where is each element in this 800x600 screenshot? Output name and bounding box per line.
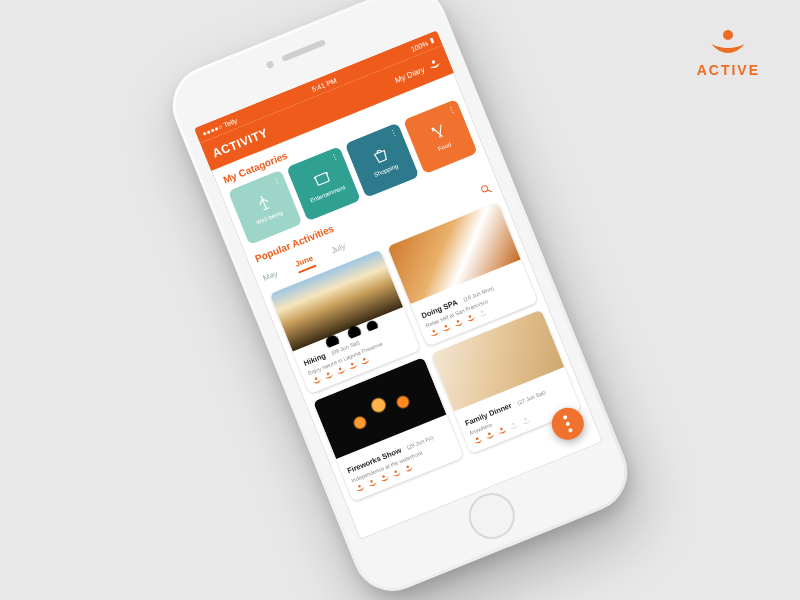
- svg-point-18: [406, 465, 409, 468]
- category-food[interactable]: ⋮ Food: [403, 99, 478, 174]
- phone-mockup: ●●●●○ Telly 5:41 PM 100% ▮ ACTIVITY My D…: [161, 0, 640, 600]
- phone-camera: [266, 60, 275, 69]
- svg-rect-2: [314, 173, 328, 186]
- diary-icon: [426, 57, 443, 72]
- svg-point-7: [351, 362, 354, 365]
- svg-point-0: [723, 30, 733, 40]
- phone-speaker: [281, 39, 326, 62]
- svg-point-21: [500, 427, 503, 430]
- shopping-icon: [368, 144, 391, 167]
- svg-point-12: [468, 315, 471, 318]
- wellbeing-icon: [252, 191, 275, 214]
- tab-june[interactable]: June: [294, 254, 317, 274]
- app-screen: ●●●●○ Telly 5:41 PM 100% ▮ ACTIVITY My D…: [194, 30, 603, 540]
- svg-point-5: [326, 372, 329, 375]
- svg-point-14: [358, 485, 361, 488]
- brand-logo: ACTIVE: [697, 28, 760, 78]
- svg-point-9: [432, 329, 435, 332]
- entertainment-icon: [310, 167, 333, 190]
- tab-may[interactable]: May: [262, 269, 281, 286]
- svg-point-1: [431, 60, 435, 64]
- search-icon: [478, 182, 494, 198]
- svg-point-4: [314, 377, 317, 380]
- fab-dot: [565, 421, 570, 426]
- food-icon: [427, 120, 450, 143]
- fab-dot: [563, 415, 568, 420]
- more-icon[interactable]: ⋮: [271, 175, 282, 186]
- svg-point-17: [394, 470, 397, 473]
- activity-grid: Hiking (09 Jun Sat) Enjoy nature in Lagu…: [269, 202, 581, 502]
- svg-point-8: [363, 358, 366, 361]
- svg-point-16: [382, 475, 385, 478]
- svg-point-3: [481, 185, 489, 193]
- svg-point-13: [480, 310, 483, 313]
- my-diary-label: My Diary: [393, 64, 426, 84]
- category-label: Food: [437, 141, 452, 152]
- svg-point-10: [444, 325, 447, 328]
- svg-point-6: [338, 367, 341, 370]
- more-icon[interactable]: ⋮: [388, 128, 399, 139]
- search-button[interactable]: [478, 182, 494, 199]
- svg-point-11: [456, 320, 459, 323]
- svg-point-20: [488, 432, 491, 435]
- more-icon[interactable]: ⋮: [446, 104, 457, 115]
- svg-point-15: [370, 480, 373, 483]
- svg-point-23: [524, 417, 527, 420]
- fab-dot: [568, 428, 573, 433]
- tab-july[interactable]: July: [330, 242, 348, 258]
- more-icon[interactable]: ⋮: [330, 151, 341, 162]
- active-logo-icon: [707, 28, 749, 58]
- svg-point-19: [476, 437, 479, 440]
- svg-point-22: [512, 422, 515, 425]
- battery-icon: ▮: [429, 36, 436, 45]
- brand-name: ACTIVE: [697, 62, 760, 78]
